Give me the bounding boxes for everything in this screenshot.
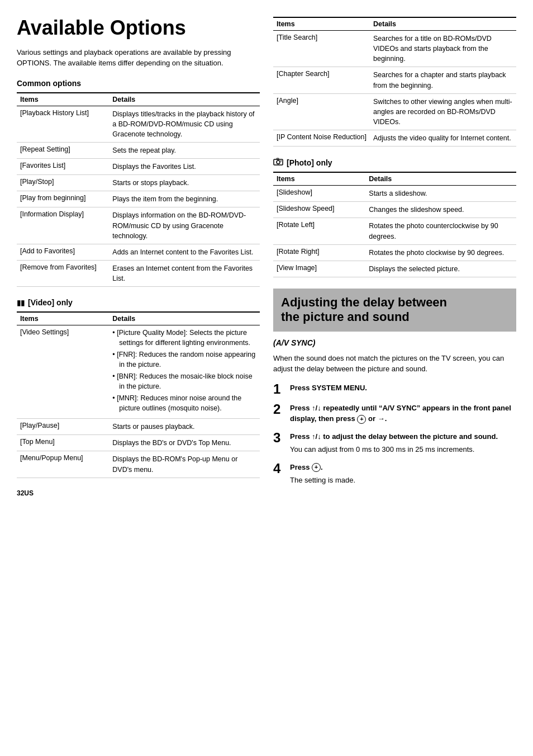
item-cell: [Slideshow Speed] <box>273 202 365 218</box>
item-cell: [Top Menu] <box>17 435 109 451</box>
step-sub-text: The setting is made. <box>290 475 355 486</box>
detail-cell: Displays the selected picture. <box>365 261 516 277</box>
right-col-items: Items <box>273 17 370 31</box>
item-cell: [Chapter Search] <box>273 67 370 93</box>
table-row: [Slideshow]Starts a slideshow. <box>273 186 516 202</box>
item-cell: [Information Display] <box>17 207 109 244</box>
detail-cell: Rotates the photo counterclockwise by 90… <box>365 218 516 244</box>
table-row: [Repeat Setting]Sets the repeat play. <box>17 142 260 158</box>
table-row: [Play/Stop]Starts or stops playback. <box>17 175 260 191</box>
photo-only-title: [Photo] only <box>273 158 516 167</box>
step-number: 3 <box>273 431 284 445</box>
step-item: 3 Press ↑/↓ to adjust the delay between … <box>273 431 516 455</box>
common-options-title: Common options <box>17 79 260 88</box>
camera-icon <box>273 158 283 167</box>
video-col-items: Items <box>17 312 109 325</box>
table-row: [Playback History List]Displays titles/t… <box>17 106 260 142</box>
detail-cell: Changes the slideshow speed. <box>365 202 516 218</box>
step-content: Press SYSTEM MENU. <box>290 382 367 394</box>
page-title: Available Options <box>17 17 260 39</box>
video-icon: ▮▮ <box>17 299 25 307</box>
table-row: [View Image]Displays the selected pictur… <box>273 261 516 277</box>
step-item: 4 Press +.The setting is made. <box>273 462 516 486</box>
detail-cell: Displays the BD-ROM's Pop-up Menu or DVD… <box>109 451 260 478</box>
video-col-details: Details <box>109 312 260 325</box>
detail-cell: Adds an Internet content to the Favorite… <box>109 244 260 260</box>
item-cell: [Play from beginning] <box>17 191 109 207</box>
table-row: [Menu/Popup Menu]Displays the BD-ROM's P… <box>17 451 260 478</box>
table-row: [Video Settings][Picture Quality Mode]: … <box>17 325 260 419</box>
step-content: Press ↑/↓ to adjust the delay between th… <box>290 431 498 455</box>
item-cell: [Playback History List] <box>17 106 109 142</box>
table-row: [Favorites List]Displays the Favorites L… <box>17 159 260 175</box>
item-cell: [Add to Favorites] <box>17 244 109 260</box>
detail-cell: Switches to other viewing angles when mu… <box>370 93 516 130</box>
table-row: [IP Content Noise Reduction]Adjusts the … <box>273 130 516 147</box>
av-sync-title: Adjusting the delay between the picture … <box>281 295 508 325</box>
detail-cell: Rotates the photo clockwise by 90 degree… <box>365 244 516 261</box>
item-cell: [View Image] <box>273 261 365 277</box>
photo-col-items: Items <box>273 172 365 186</box>
av-sync-box: Adjusting the delay between the picture … <box>273 289 516 332</box>
item-cell: [Rotate Left] <box>273 218 365 244</box>
detail-cell: Plays the item from the beginning. <box>109 191 260 207</box>
detail-cell: Displays information on the BD-ROM/DVD-R… <box>109 207 260 244</box>
table-row: [Angle]Switches to other viewing angles … <box>273 93 516 130</box>
table-row: [Rotate Right]Rotates the photo clockwis… <box>273 244 516 261</box>
item-cell: [Rotate Right] <box>273 244 365 261</box>
step-sub-text: You can adjust from 0 ms to 300 ms in 25… <box>290 444 498 455</box>
svg-rect-2 <box>277 158 279 159</box>
item-cell: [Slideshow] <box>273 186 365 202</box>
detail-cell: Displays titles/tracks in the playback h… <box>109 106 260 142</box>
right-col-details: Details <box>370 17 516 31</box>
table-row: [Play/Pause]Starts or pauses playback. <box>17 419 260 435</box>
av-sync-steps: 1 Press SYSTEM MENU. 2 Press ↑/↓ repeate… <box>273 382 516 486</box>
col-details-header: Details <box>109 93 260 106</box>
bullet-item: [MNR]: Reduces minor noise around the pi… <box>112 394 256 413</box>
step-item: 2 Press ↑/↓ repeatedly until “A/V SYNC” … <box>273 403 516 424</box>
common-options-table: Items Details [Playback History List]Dis… <box>17 92 260 287</box>
table-row: [Play from beginning]Plays the item from… <box>17 191 260 207</box>
item-cell: [Angle] <box>273 93 370 130</box>
right-top-table: Items Details [Title Search]Searches for… <box>273 17 516 147</box>
bullet-item: [BNR]: Reduces the mosaic-like block noi… <box>112 372 256 391</box>
photo-only-table: Items Details [Slideshow]Starts a slides… <box>273 172 516 277</box>
step-content: Press ↑/↓ repeatedly until “A/V SYNC” ap… <box>290 403 516 424</box>
table-row: [Add to Favorites]Adds an Internet conte… <box>17 244 260 260</box>
svg-rect-3 <box>280 160 282 162</box>
detail-cell: Sets the repeat play. <box>109 142 260 158</box>
item-cell: [Title Search] <box>273 31 370 67</box>
table-row: [Title Search]Searches for a title on BD… <box>273 31 516 67</box>
intro-text: Various settings and playback operations… <box>17 47 260 69</box>
detail-cell: Starts a slideshow. <box>365 186 516 202</box>
detail-cell: Starts or pauses playback. <box>109 419 260 435</box>
item-cell: [Play/Stop] <box>17 175 109 191</box>
item-cell: [Play/Pause] <box>17 419 109 435</box>
item-cell: [Remove from Favorites] <box>17 260 109 286</box>
video-only-table: Items Details [Video Settings][Picture Q… <box>17 311 260 478</box>
item-cell: [IP Content Noise Reduction] <box>273 130 370 147</box>
step-content: Press +.The setting is made. <box>290 462 355 486</box>
svg-point-1 <box>277 160 280 164</box>
detail-cell: Displays the Favorites List. <box>109 159 260 175</box>
table-row: [Top Menu]Displays the BD's or DVD's Top… <box>17 435 260 451</box>
detail-cell: Erases an Internet content from the Favo… <box>109 260 260 286</box>
av-sync-subtitle: (A/V SYNC) <box>273 338 516 347</box>
left-column: Available Options Various settings and p… <box>17 17 260 497</box>
table-row: [Information Display]Displays informatio… <box>17 207 260 244</box>
video-only-title: ▮▮ [Video] only <box>17 298 260 307</box>
table-row: [Chapter Search]Searches for a chapter a… <box>273 67 516 93</box>
item-cell: [Favorites List] <box>17 159 109 175</box>
table-row: [Slideshow Speed]Changes the slideshow s… <box>273 202 516 218</box>
item-cell: [Menu/Popup Menu] <box>17 451 109 478</box>
col-items-header: Items <box>17 93 109 106</box>
photo-col-details: Details <box>365 172 516 186</box>
table-row: [Remove from Favorites]Erases an Interne… <box>17 260 260 286</box>
step-item: 1 Press SYSTEM MENU. <box>273 382 516 396</box>
bullet-item: [Picture Quality Mode]: Selects the pict… <box>112 328 256 348</box>
detail-cell: Starts or stops playback. <box>109 175 260 191</box>
item-cell: [Video Settings] <box>17 325 109 419</box>
step-number: 2 <box>273 403 284 416</box>
av-sync-intro: When the sound does not match the pictur… <box>273 353 516 375</box>
detail-cell: Searches for a title on BD-ROMs/DVD VIDE… <box>370 31 516 67</box>
